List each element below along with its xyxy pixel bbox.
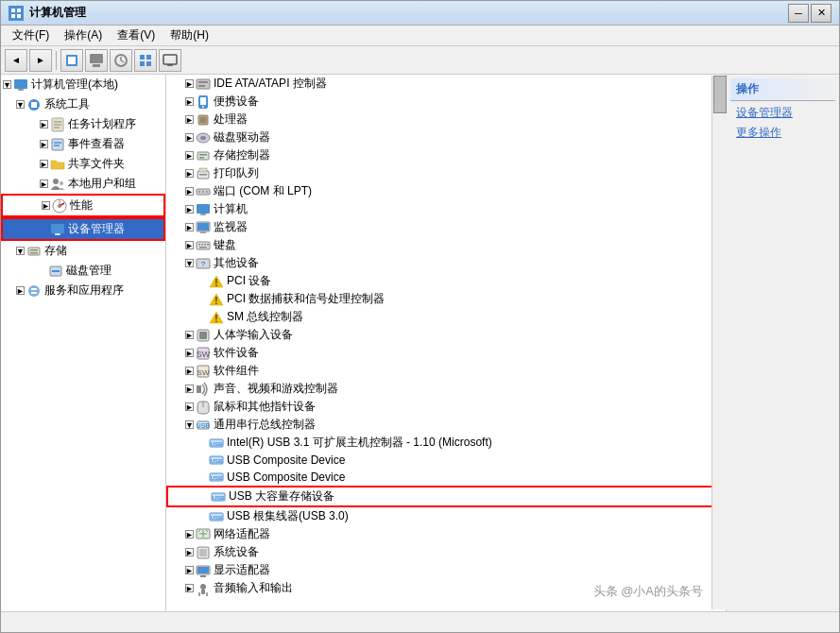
expand-ide-ata[interactable]: ► [185, 79, 194, 88]
device-system-devices[interactable]: ► 系统设备 [166, 543, 726, 561]
expand-sound[interactable]: ► [185, 385, 194, 393]
tree-item-computer-mgmt[interactable]: ▼ 计算机管理(本地) [1, 75, 165, 94]
svg-text:SW: SW [197, 350, 211, 359]
expand-hid[interactable]: ► [185, 331, 194, 339]
expand-display[interactable]: ► [185, 566, 194, 574]
usb-composite-1-icon: USB [209, 453, 224, 468]
device-portable[interactable]: ► 便携设备 [166, 93, 726, 111]
expand-task-scheduler[interactable]: ► [40, 120, 48, 128]
device-usb-composite-1[interactable]: USB USB Composite Device [166, 452, 726, 469]
expand-audio[interactable]: ► [185, 584, 194, 592]
expand-monitor[interactable]: ► [185, 223, 194, 231]
device-other-devices[interactable]: ▼ ? 其他设备 [166, 254, 726, 272]
expand-services[interactable]: ► [16, 286, 25, 295]
device-keyboard[interactable]: ► 键盘 [166, 236, 726, 254]
device-hid[interactable]: ► 人体学输入设备 [166, 326, 726, 344]
expand-storage-ctrl[interactable]: ► [185, 151, 194, 160]
close-button[interactable]: ✕ [811, 4, 831, 23]
tree-item-device-manager[interactable]: 设备管理器 [1, 217, 165, 241]
scrollbar-track[interactable] [711, 76, 727, 609]
tree-item-shared-folders[interactable]: ► 共享文件夹 [1, 154, 165, 174]
device-processor[interactable]: ► 处理器 [166, 111, 726, 128]
svg-rect-58 [199, 157, 204, 159]
device-intel-usb31[interactable]: USB Intel(R) USB 3.1 可扩展主机控制器 - 1.10 (Mi… [166, 434, 726, 452]
expand-software-dev[interactable]: ► [185, 349, 194, 357]
expand-shared-folders[interactable]: ► [40, 160, 48, 168]
toolbar-monitor[interactable] [159, 49, 181, 72]
minimize-button[interactable]: ─ [788, 4, 809, 23]
expand-other-devices[interactable]: ▼ [185, 259, 194, 267]
toolbar-back[interactable]: ◄ [5, 49, 27, 72]
device-mouse-other[interactable]: ► 鼠标和其他指针设备 [166, 398, 726, 416]
tree-item-storage[interactable]: ▼ 存储 [1, 241, 165, 261]
device-pci-device[interactable]: ! PCI 设备 [166, 272, 726, 290]
expand-local-users[interactable]: ► [40, 180, 48, 188]
expand-print-queue[interactable]: ► [185, 169, 194, 178]
toolbar-btn-1[interactable] [60, 49, 83, 72]
svg-rect-1 [11, 9, 15, 12]
device-audio-io[interactable]: ► 音频输入和输出 [166, 579, 726, 597]
svg-text:USB: USB [211, 441, 223, 447]
expand-network[interactable]: ► [185, 530, 194, 539]
toolbar-btn-2[interactable] [85, 49, 108, 72]
expand-storage[interactable]: ▼ [16, 247, 25, 255]
device-disk-drives[interactable]: ► 磁盘驱动器 [166, 128, 726, 146]
action-link-device-manager[interactable]: 设备管理器 [730, 103, 835, 123]
device-usb-composite-2[interactable]: USB USB Composite Device [166, 469, 726, 486]
expand-portable[interactable]: ► [185, 97, 194, 106]
svg-rect-44 [31, 288, 37, 290]
expand-mouse[interactable]: ► [185, 402, 194, 411]
tree-item-event-viewer[interactable]: ► 事件查看器 [1, 134, 165, 154]
expand-system-tools[interactable]: ▼ [16, 100, 25, 109]
tree-item-services[interactable]: ► 服务和应用程序 [1, 281, 165, 300]
device-monitor[interactable]: ► 监视器 [166, 218, 726, 236]
svg-line-11 [121, 60, 124, 62]
expand-software-comp[interactable]: ► [185, 367, 194, 375]
expand-usb-controllers[interactable]: ▼ [185, 420, 194, 429]
menu-action[interactable]: 操作(A) [57, 26, 110, 45]
tree-item-disk-mgmt[interactable]: 磁盘管理 [1, 261, 165, 281]
tree-item-local-users[interactable]: ► 本地用户和组 [1, 174, 165, 194]
device-sm-bus[interactable]: ! SM 总线控制器 [166, 308, 726, 326]
device-print-queue[interactable]: ► 打印队列 [166, 164, 726, 182]
monitor-device-icon [196, 220, 211, 235]
tree-item-system-tools[interactable]: ▼ 系统工具 [1, 94, 165, 114]
device-pci-data[interactable]: ! PCI 数据捕获和信号处理控制器 [166, 290, 726, 308]
device-usb-controllers[interactable]: ▼ USB 通用串行总线控制器 [166, 416, 726, 434]
device-software-dev[interactable]: ► SW 软件设备 [166, 344, 726, 362]
expand-system-devices[interactable]: ► [185, 548, 194, 556]
toolbar-btn-4[interactable] [134, 49, 157, 72]
device-usb-mass-storage[interactable]: USB USB 大容量存储设备 [166, 486, 726, 507]
device-com-lpt[interactable]: ► 端口 (COM 和 LPT) [166, 182, 726, 200]
expand-performance[interactable]: ► [42, 201, 50, 210]
expand-computer-mgmt[interactable]: ▼ [3, 80, 11, 89]
device-computer[interactable]: ► 计算机 [166, 200, 726, 218]
svg-text:USB: USB [197, 422, 211, 429]
tree-item-task-scheduler[interactable]: ► 任务计划程序 [1, 114, 165, 134]
storage-ctrl-icon [196, 148, 211, 163]
svg-text:USB: USB [213, 495, 225, 501]
expand-event-viewer[interactable]: ► [40, 140, 48, 148]
toolbar-btn-3[interactable] [110, 49, 132, 72]
toolbar-forward[interactable]: ► [29, 49, 52, 72]
device-network-adapter[interactable]: ► 网络适配器 [166, 525, 726, 543]
label-monitor: 监视器 [214, 219, 248, 235]
scrollbar-thumb[interactable] [713, 76, 727, 113]
tree-item-performance[interactable]: ► 性能 [1, 194, 165, 217]
expand-disk-drives[interactable]: ► [185, 133, 194, 142]
device-display-adapter[interactable]: ► 显示适配器 [166, 561, 726, 579]
device-usb-hub[interactable]: USB USB 根集线器(USB 3.0) [166, 507, 726, 525]
menu-file[interactable]: 文件(F) [5, 26, 57, 45]
device-storage-ctrl[interactable]: ► 存储控制器 [166, 146, 726, 164]
menu-help[interactable]: 帮助(H) [163, 26, 216, 45]
menu-view[interactable]: 查看(V) [110, 26, 163, 45]
expand-processor[interactable]: ► [185, 115, 194, 124]
expand-keyboard[interactable]: ► [185, 241, 194, 249]
expand-com-lpt[interactable]: ► [185, 187, 194, 196]
device-software-comp[interactable]: ► SW 软件组件 [166, 362, 726, 380]
label-pci-data: PCI 数据捕获和信号处理控制器 [227, 291, 385, 307]
action-link-more[interactable]: 更多操作 [730, 123, 835, 143]
device-ide-ata[interactable]: ► IDE ATA/ATAPI 控制器 [166, 75, 726, 93]
expand-computer[interactable]: ► [185, 205, 194, 214]
device-sound[interactable]: ► 声音、视频和游戏控制器 [166, 380, 726, 398]
